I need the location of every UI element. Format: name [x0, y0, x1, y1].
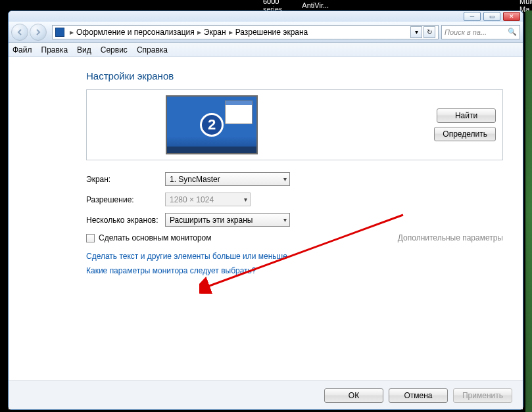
window: ─ ▭ ✕ ▸ Оформление и персонализация ▸ Эк…	[8, 11, 523, 410]
menu-file[interactable]: Файл	[12, 45, 32, 55]
monitor-number-badge: 2	[200, 113, 224, 137]
titlebar: ─ ▭ ✕	[9, 11, 523, 22]
menu-edit[interactable]: Правка	[41, 45, 68, 55]
breadcrumb-item[interactable]: Разрешение экрана	[235, 28, 308, 37]
multi-label: Несколько экранов:	[86, 216, 165, 225]
navbar: ▸ Оформление и персонализация ▸ Экран ▸ …	[9, 22, 523, 43]
nav-back-button[interactable]	[11, 24, 28, 41]
monitor-preview-box: 2 Найти Определить	[86, 89, 503, 160]
search-icon: 🔍	[508, 28, 517, 36]
advanced-link[interactable]: Дополнительные параметры	[398, 233, 503, 242]
main-monitor-checkbox[interactable]	[86, 234, 95, 242]
arrow-right-icon	[34, 28, 42, 36]
main-monitor-label: Сделать основным монитором	[99, 233, 212, 242]
apply-button[interactable]: Применить	[453, 388, 512, 403]
menu-tools[interactable]: Сервис	[101, 45, 128, 55]
detect-button[interactable]: Определить	[434, 127, 496, 141]
screen-select[interactable]: 1. SyncMaster	[165, 172, 290, 186]
resolution-label: Разрешение:	[86, 195, 165, 204]
text-size-link[interactable]: Сделать текст и другие элементы больше и…	[86, 252, 503, 261]
mini-window-icon	[225, 101, 253, 124]
menu-help[interactable]: Справка	[137, 45, 168, 55]
chevron-right-icon: ▸	[197, 28, 201, 37]
close-button[interactable]: ✕	[503, 12, 520, 21]
button-bar: ОК Отмена Применить	[9, 380, 523, 409]
menu-view[interactable]: Вид	[77, 45, 91, 55]
menubar: Файл Правка Вид Сервис Справка	[9, 43, 523, 57]
maximize-button[interactable]: ▭	[483, 12, 500, 21]
cancel-button[interactable]: Отмена	[389, 388, 448, 403]
refresh-button[interactable]: ↻	[423, 26, 435, 38]
taskbar-item[interactable]: AntiVir...	[302, 1, 329, 9]
find-button[interactable]: Найти	[437, 108, 496, 123]
breadcrumb-item[interactable]: Оформление и персонализация	[76, 28, 195, 37]
monitor-thumbnail[interactable]: 2	[166, 95, 258, 154]
screen-label: Экран:	[86, 175, 165, 184]
control-panel-icon	[55, 28, 64, 37]
multi-select[interactable]: Расширить эти экраны	[165, 213, 290, 227]
arrow-left-icon	[16, 28, 24, 36]
desktop-edge	[525, 11, 532, 412]
search-placeholder: Поиск в па...	[445, 28, 487, 36]
nav-forward-button[interactable]	[30, 24, 47, 41]
which-settings-link[interactable]: Какие параметры монитора следует выбрать…	[86, 266, 503, 275]
chevron-right-icon: ▸	[70, 28, 74, 37]
chevron-right-icon: ▸	[229, 28, 233, 37]
resolution-select[interactable]: 1280 × 1024	[165, 193, 251, 206]
mini-taskbar-icon	[167, 147, 256, 153]
address-dropdown-button[interactable]: ▾	[410, 26, 422, 38]
taskbar: 6000 series AntiVir... Multi Ma... умень…	[0, 0, 532, 11]
address-bar[interactable]: ▸ Оформление и персонализация ▸ Экран ▸ …	[52, 25, 439, 39]
search-input[interactable]: Поиск в па... 🔍	[441, 25, 520, 39]
ok-button[interactable]: ОК	[324, 388, 383, 403]
content-pane: Настройки экранов 2 Найти Определить Экр…	[9, 57, 523, 275]
minimize-button[interactable]: ─	[464, 12, 481, 21]
breadcrumb-item[interactable]: Экран	[204, 28, 226, 37]
page-heading: Настройки экранов	[86, 70, 503, 81]
